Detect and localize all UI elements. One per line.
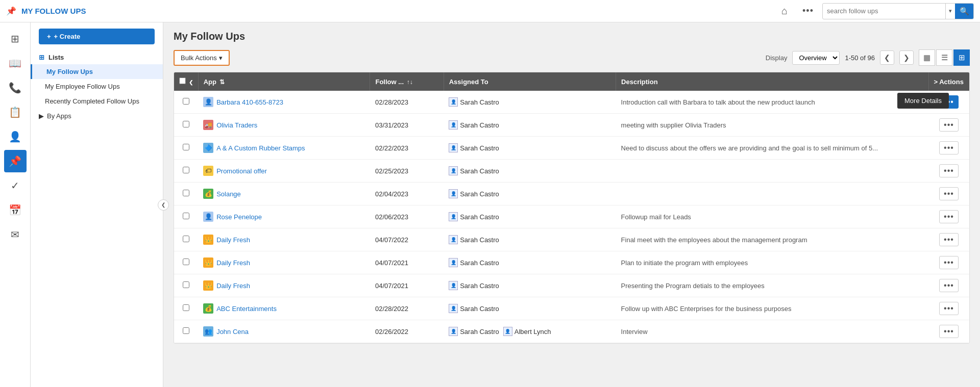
- row-checkbox[interactable]: [183, 167, 189, 173]
- app-name[interactable]: ABC Entertainments: [216, 305, 277, 313]
- row-actions-cell: •••: [928, 137, 969, 160]
- search-wrap: ▾ 🔍: [822, 3, 974, 19]
- row-checkbox[interactable]: [183, 144, 189, 150]
- row-actions-button[interactable]: •••: [939, 187, 959, 200]
- app-name[interactable]: Solange: [216, 190, 241, 198]
- table-row: 💰ABC Entertainments02/28/2022👤Sarah Cast…: [174, 297, 969, 320]
- row-checkbox[interactable]: [183, 281, 189, 288]
- row-checkbox[interactable]: [183, 304, 189, 311]
- row-checkbox[interactable]: [183, 98, 189, 105]
- app-name[interactable]: Daily Fresh: [216, 236, 250, 244]
- app-name[interactable]: Daily Fresh: [216, 259, 250, 267]
- row-assigned-to: 👤Sarah Castro: [444, 183, 616, 205]
- row-checkbox[interactable]: [183, 121, 189, 127]
- row-actions-button[interactable]: •••: [939, 302, 959, 315]
- bulk-actions-arrow-icon: ▾: [219, 54, 223, 62]
- row-actions-button[interactable]: •••: [939, 279, 959, 292]
- display-select[interactable]: Overview: [792, 51, 840, 65]
- list-view-button[interactable]: ☰: [936, 49, 952, 66]
- row-actions-button[interactable]: •••: [939, 164, 959, 177]
- pagination-info: 1-50 of 96: [845, 54, 875, 62]
- bulk-actions-button[interactable]: Bulk Actions ▾: [174, 50, 230, 66]
- more-options-button[interactable]: •••: [799, 2, 817, 20]
- row-app-cell: 🚚Olivia Traders: [198, 114, 370, 137]
- nav-grid-icon[interactable]: ⊞: [4, 28, 27, 50]
- table-view-button[interactable]: ⊞: [953, 49, 970, 66]
- row-actions-button[interactable]: •••: [939, 233, 959, 246]
- row-app-cell: 👑Daily Fresh: [198, 251, 370, 274]
- search-submit-button[interactable]: 🔍: [955, 3, 973, 19]
- header-checkbox-cell: ❮: [174, 72, 198, 91]
- next-page-button[interactable]: ❯: [899, 50, 914, 65]
- home-button[interactable]: ⌂: [775, 2, 794, 20]
- sidebar-item-recently-completed[interactable]: Recently Completed Follow Ups: [31, 94, 163, 109]
- app-name[interactable]: Barbara 410-655-8723: [216, 98, 283, 106]
- row-assigned-to: 👤Sarah Castro👤Albert Lynch: [444, 320, 616, 343]
- create-button[interactable]: + + Create: [39, 29, 155, 44]
- nav-book-icon[interactable]: 📖: [4, 52, 27, 74]
- assigned-icon: 👤: [449, 304, 458, 313]
- row-actions-button[interactable]: •••: [939, 256, 959, 269]
- row-checkbox[interactable]: [183, 259, 189, 265]
- assigned-name: Sarah Castro: [460, 328, 499, 336]
- row-app-cell: 👑Daily Fresh: [198, 274, 370, 297]
- back-arrow-icon[interactable]: ❮: [189, 80, 193, 85]
- nav-note-icon[interactable]: 📋: [4, 101, 27, 123]
- sidebar-collapse-button[interactable]: ❮: [158, 199, 169, 211]
- row-actions-cell: •••: [928, 297, 969, 320]
- app-name[interactable]: Promotional offer: [216, 167, 267, 175]
- nav-calendar-icon[interactable]: 📅: [4, 199, 27, 221]
- app-name[interactable]: John Cena: [216, 328, 249, 336]
- table-row: 🏷Promotional offer02/25/2023👤Sarah Castr…: [174, 160, 969, 183]
- row-actions-cell: •••: [928, 205, 969, 228]
- sidebar-lists-section[interactable]: ⊞ Lists: [31, 50, 163, 64]
- row-checkbox[interactable]: [183, 213, 189, 219]
- header-assigned-to[interactable]: Assigned To: [444, 72, 616, 91]
- row-follow-date: 04/07/2021: [370, 274, 444, 297]
- header-follow-date[interactable]: Follow ... ↑↓: [370, 72, 444, 91]
- sidebar-item-label: Recently Completed Follow Ups: [45, 97, 139, 105]
- row-follow-date: 02/28/2023: [370, 91, 444, 114]
- search-input[interactable]: [823, 7, 945, 15]
- assigned-icon: 👤: [449, 120, 458, 130]
- table-header-row: ❮ App ⇅ Follow ... ↑↓ Assigned To Descri…: [174, 72, 969, 91]
- nav-check-icon[interactable]: ✓: [4, 174, 27, 197]
- prev-page-button[interactable]: ❮: [880, 50, 894, 65]
- header-app[interactable]: App ⇅: [198, 72, 370, 91]
- nav-pin-icon[interactable]: 📌: [4, 150, 27, 172]
- search-dropdown-button[interactable]: ▾: [945, 3, 955, 19]
- row-checkbox[interactable]: [183, 190, 189, 196]
- assigned-icon: 👤: [449, 235, 458, 244]
- row-checkbox[interactable]: [183, 327, 189, 334]
- nav-phone-icon[interactable]: 📞: [4, 76, 27, 99]
- nav-person-icon[interactable]: 👤: [4, 125, 27, 148]
- header-description: Description: [616, 72, 928, 91]
- row-actions-button[interactable]: •••: [939, 141, 959, 154]
- toolbar: Bulk Actions ▾ Display Overview 1-50 of …: [174, 49, 970, 66]
- row-actions-button[interactable]: •••: [939, 210, 959, 223]
- row-actions-button[interactable]: •••: [939, 118, 959, 132]
- nav-mail-icon[interactable]: ✉: [4, 223, 27, 246]
- row-follow-date: 02/22/2023: [370, 137, 444, 160]
- assigned-icon: 👤: [449, 166, 458, 175]
- app-name[interactable]: Rose Penelope: [216, 213, 262, 221]
- row-checkbox[interactable]: [183, 236, 189, 242]
- app-type-icon: 🔷: [203, 143, 213, 153]
- row-actions-cell: •••: [928, 183, 969, 205]
- select-all-checkbox[interactable]: [179, 78, 186, 84]
- sidebar: + + Create ⊞ Lists My Follow Ups My Empl…: [31, 22, 163, 387]
- lists-icon: ⊞: [39, 54, 44, 61]
- app-name[interactable]: A & A Custom Rubber Stamps: [216, 144, 305, 152]
- sidebar-item-employee-follow-ups[interactable]: My Employee Follow Ups: [31, 79, 163, 94]
- display-label: Display: [766, 54, 788, 62]
- icon-rail: ⊞ 📖 📞 📋 👤 📌 ✓ 📅 ✉: [0, 22, 31, 387]
- row-actions-cell: •••: [928, 114, 969, 137]
- sidebar-item-by-apps[interactable]: ▶ By Apps: [31, 109, 163, 123]
- row-actions-button[interactable]: •••: [939, 325, 959, 338]
- table-row: 👑Daily Fresh04/07/2022👤Sarah CastroFinal…: [174, 228, 969, 251]
- row-description: Plan to initiate the program with employ…: [616, 251, 928, 274]
- app-name[interactable]: Olivia Traders: [216, 121, 257, 129]
- sidebar-item-my-follow-ups[interactable]: My Follow Ups: [31, 64, 163, 79]
- app-name[interactable]: Daily Fresh: [216, 282, 250, 290]
- calendar-view-button[interactable]: ▦: [919, 49, 935, 66]
